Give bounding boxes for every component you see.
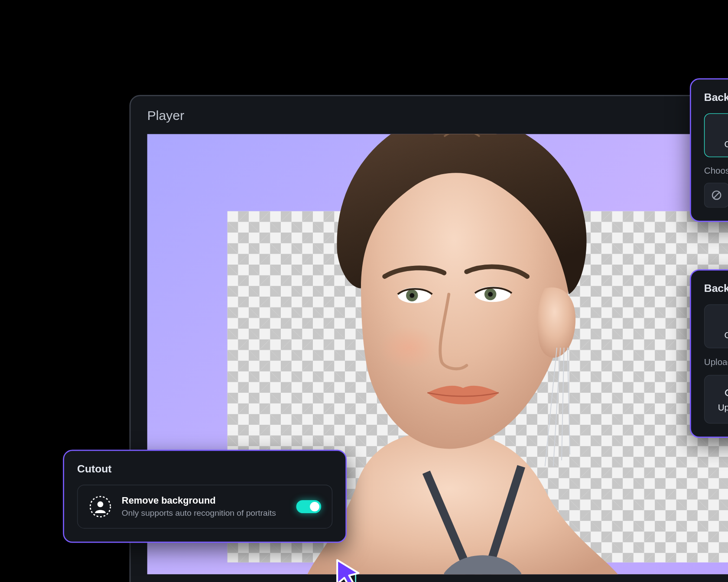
no-color-icon xyxy=(711,189,722,201)
background-panel-image: Background Color Image Video Upload an i… xyxy=(690,269,728,438)
cutout-heading: Cutout xyxy=(77,463,332,475)
bg-tab-color[interactable]: Color xyxy=(704,113,728,157)
cutout-panel: Cutout Remove background Only supports a… xyxy=(63,449,347,543)
portrait-cutout-icon xyxy=(88,495,112,519)
remove-background-card: Remove background Only supports auto rec… xyxy=(77,485,332,528)
bg2-tab-color-label: Color xyxy=(724,330,728,340)
background-heading: Background xyxy=(704,91,728,104)
svg-line-20 xyxy=(714,192,720,198)
bg2-tab-color[interactable]: Color xyxy=(704,304,728,348)
transport-bar: 00:00:07:02 / 00:01:23:00 16:9 xyxy=(130,574,728,582)
color-swatch-row xyxy=(704,183,728,208)
background-heading-2: Background xyxy=(704,282,728,295)
background-panel-color: Background Color Image Video Choose a ba… xyxy=(690,78,728,222)
bg-color-subtitle: Choose a background color xyxy=(704,165,728,175)
remove-bg-desc: Only supports auto recognition of portra… xyxy=(122,507,287,518)
cloud-upload-icon xyxy=(725,387,728,398)
bg-image-subtitle: Upload an image as a background xyxy=(704,356,728,366)
upload-button[interactable]: Upload xyxy=(704,375,728,424)
svg-point-28 xyxy=(98,501,104,508)
remove-bg-title: Remove background xyxy=(122,495,287,506)
swatch-none[interactable] xyxy=(704,183,728,208)
player-title: Player xyxy=(130,96,728,130)
bg-tab-color-label: Color xyxy=(724,139,728,149)
upload-label: Upload xyxy=(718,402,728,412)
remove-bg-toggle[interactable] xyxy=(296,500,322,513)
